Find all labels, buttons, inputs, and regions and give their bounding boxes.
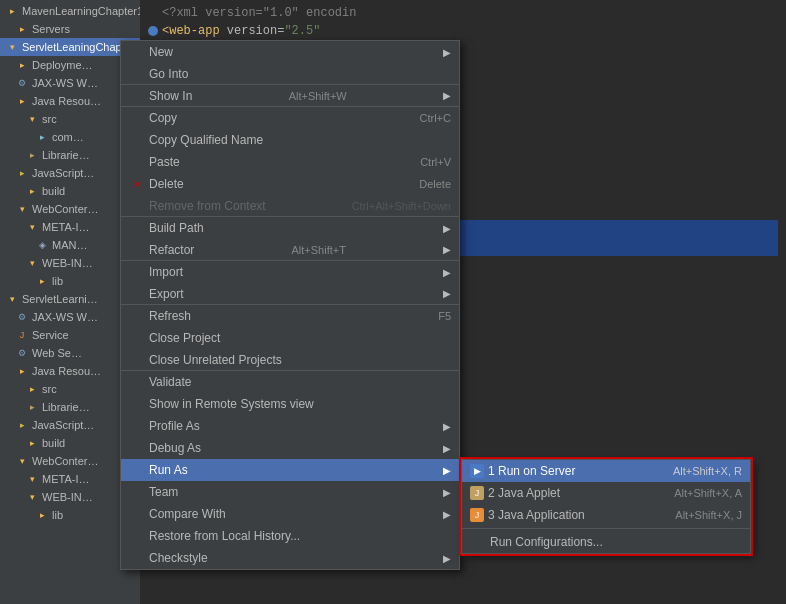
menu-label: New xyxy=(149,45,173,59)
menu-label: Debug As xyxy=(149,441,201,455)
menu-item-runas[interactable]: Run As ▶ ▶ 1 Run on Server Alt+Shift+X, … xyxy=(121,459,459,481)
runas-icon xyxy=(129,462,145,478)
tree-item-meta[interactable]: ▾ META-I… xyxy=(0,218,140,236)
submenu-arrow: ▶ xyxy=(443,487,451,498)
tree-item-com[interactable]: ▸ com… xyxy=(0,128,140,146)
folder-icon: ▸ xyxy=(24,381,40,397)
menu-item-team[interactable]: Team ▶ xyxy=(121,481,459,503)
refactor-icon xyxy=(129,242,145,258)
menu-item-validate[interactable]: Validate xyxy=(121,371,459,393)
checkstyle-icon xyxy=(129,550,145,566)
submenu-item-runconfigs[interactable]: Run Configurations... xyxy=(462,531,750,553)
tree-item-deployment[interactable]: ▸ Deployme… xyxy=(0,56,140,74)
tree-item-build2[interactable]: ▸ build xyxy=(0,434,140,452)
refresh-icon xyxy=(129,308,145,324)
paste-icon xyxy=(129,154,145,170)
submenu-arrow: ▶ xyxy=(443,223,451,234)
folder-icon: ▸ xyxy=(34,273,50,289)
javaapp-icon: J xyxy=(470,508,484,522)
copy-icon xyxy=(129,110,145,126)
tree-item-servletlearning[interactable]: ▾ ServletLearni… xyxy=(0,290,140,308)
menu-label: Profile As xyxy=(149,419,200,433)
menu-item-removefromctx[interactable]: Remove from Context Ctrl+Alt+Shift+Down xyxy=(121,195,459,217)
tree-item-js2[interactable]: ▸ JavaScript… xyxy=(0,416,140,434)
menu-item-showin[interactable]: Show In Alt+Shift+W ▶ xyxy=(121,85,459,107)
tree-item-jaxws[interactable]: ⚙ JAX-WS W… xyxy=(0,74,140,92)
tree-label: Java Resou… xyxy=(32,365,101,377)
context-menu[interactable]: New ▶ Go Into Show In Alt+Shift+W ▶ Copy… xyxy=(120,40,460,570)
validate-icon xyxy=(129,374,145,390)
runas-submenu[interactable]: ▶ 1 Run on Server Alt+Shift+X, R J 2 Jav… xyxy=(461,459,751,554)
tree-label: Librarie… xyxy=(42,149,90,161)
menu-item-copyqualified[interactable]: Copy Qualified Name xyxy=(121,129,459,151)
menu-label: Delete xyxy=(149,177,184,191)
restorefromlocal-icon xyxy=(129,528,145,544)
menu-item-checkstyle[interactable]: Checkstyle ▶ xyxy=(121,547,459,569)
tree-label: com… xyxy=(52,131,84,143)
tree-item-src2[interactable]: ▸ src xyxy=(0,380,140,398)
menu-item-closeunrelated[interactable]: Close Unrelated Projects xyxy=(121,349,459,371)
shortcut-label: Alt+Shift+X, R xyxy=(673,465,742,477)
menu-item-debugas[interactable]: Debug As ▶ xyxy=(121,437,459,459)
menu-item-gointo[interactable]: Go Into xyxy=(121,63,459,85)
tree-item-manifest[interactable]: ◈ MAN… xyxy=(0,236,140,254)
submenu-item-javaapplet[interactable]: J 2 Java Applet Alt+Shift+X, A xyxy=(462,482,750,504)
tree-item-webse[interactable]: ⚙ Web Se… xyxy=(0,344,140,362)
project-tree: ▸ MavenLearningChapter1 ▸ Servers ▾ Serv… xyxy=(0,0,140,604)
tree-label: Deployme… xyxy=(32,59,93,71)
menu-item-export[interactable]: Export ▶ xyxy=(121,283,459,305)
closeproject-icon xyxy=(129,330,145,346)
menu-item-closeproject[interactable]: Close Project xyxy=(121,327,459,349)
tree-item-src[interactable]: ▾ src xyxy=(0,110,140,128)
tree-item-java-res2[interactable]: ▸ Java Resou… xyxy=(0,362,140,380)
tree-item-maven[interactable]: ▸ MavenLearningChapter1 xyxy=(0,2,140,20)
menu-item-showinremote[interactable]: Show in Remote Systems view xyxy=(121,393,459,415)
tree-item-servlet[interactable]: ▾ ServletLeaningChapter0 xyxy=(0,38,140,56)
menu-item-new[interactable]: New ▶ xyxy=(121,41,459,63)
menu-item-comparewith[interactable]: Compare With ▶ xyxy=(121,503,459,525)
team-icon xyxy=(129,484,145,500)
tree-item-webcontent[interactable]: ▾ WebConter… xyxy=(0,200,140,218)
tree-label: JavaScript… xyxy=(32,419,94,431)
submenu-item-runonserver[interactable]: ▶ 1 Run on Server Alt+Shift+X, R xyxy=(462,460,750,482)
shortcut-label: Ctrl+C xyxy=(420,112,451,124)
menu-item-refactor[interactable]: Refactor Alt+Shift+T ▶ xyxy=(121,239,459,261)
menu-label: Close Project xyxy=(149,331,220,345)
shortcut-label: Alt+Shift+X, A xyxy=(674,487,742,499)
folder-icon: ▸ xyxy=(24,435,40,451)
menu-label: Restore from Local History... xyxy=(149,529,300,543)
submenu-arrow: ▶ xyxy=(443,465,451,476)
tree-label: src xyxy=(42,113,57,125)
shortcut-label: Ctrl+Alt+Shift+Down xyxy=(352,200,451,212)
menu-item-refresh[interactable]: Refresh F5 xyxy=(121,305,459,327)
tree-item-lib2[interactable]: ▸ Librarie… xyxy=(0,398,140,416)
tree-item-lib[interactable]: ▸ lib xyxy=(0,272,140,290)
tree-item-servers[interactable]: ▸ Servers xyxy=(0,20,140,38)
gutter-dot xyxy=(148,26,158,36)
folder-icon: ▸ xyxy=(14,93,30,109)
tree-label: ServletLearni… xyxy=(22,293,98,305)
menu-item-paste[interactable]: Paste Ctrl+V xyxy=(121,151,459,173)
menu-item-buildpath[interactable]: Build Path ▶ xyxy=(121,217,459,239)
import-icon xyxy=(129,264,145,280)
tree-item-webcontent2[interactable]: ▾ WebConter… xyxy=(0,452,140,470)
menu-item-import[interactable]: Import ▶ xyxy=(121,261,459,283)
tree-label: Web Se… xyxy=(32,347,82,359)
menu-item-delete[interactable]: ✕ Delete Delete xyxy=(121,173,459,195)
tree-item-webinf[interactable]: ▾ WEB-IN… xyxy=(0,254,140,272)
tree-item-service[interactable]: J Service xyxy=(0,326,140,344)
closeunrelated-icon xyxy=(129,352,145,368)
submenu-item-javaapp[interactable]: J 3 Java Application Alt+Shift+X, J xyxy=(462,504,750,526)
folder-icon: ▾ xyxy=(24,471,40,487)
tree-item-webinf2[interactable]: ▾ WEB-IN… xyxy=(0,488,140,506)
tree-item-jaxws2[interactable]: ⚙ JAX-WS W… xyxy=(0,308,140,326)
menu-item-copy[interactable]: Copy Ctrl+C xyxy=(121,107,459,129)
menu-item-restorefromlocal[interactable]: Restore from Local History... xyxy=(121,525,459,547)
tree-item-meta2[interactable]: ▾ META-I… xyxy=(0,470,140,488)
tree-item-lib3[interactable]: ▸ lib xyxy=(0,506,140,524)
menu-item-profileas[interactable]: Profile As ▶ xyxy=(121,415,459,437)
tree-item-build[interactable]: ▸ build xyxy=(0,182,140,200)
tree-item-libraries[interactable]: ▸ Librarie… xyxy=(0,146,140,164)
tree-item-java-res[interactable]: ▸ Java Resou… xyxy=(0,92,140,110)
tree-item-javascript[interactable]: ▸ JavaScript… xyxy=(0,164,140,182)
